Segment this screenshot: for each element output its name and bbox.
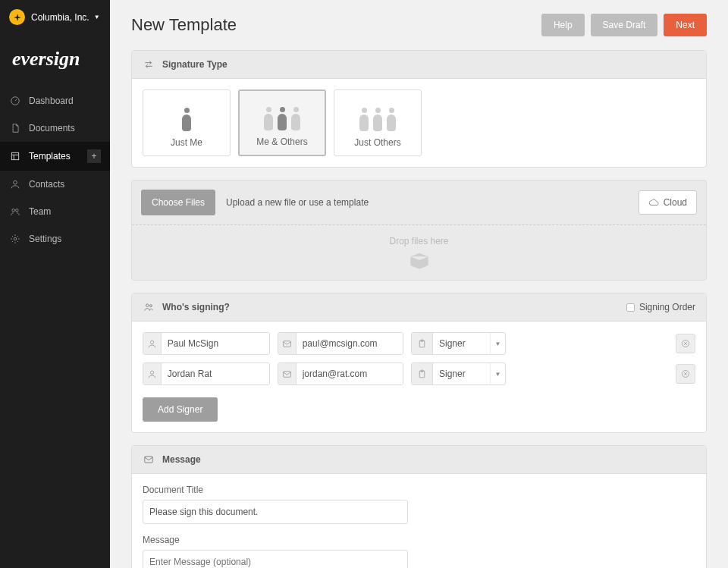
contacts-icon bbox=[9, 178, 21, 190]
message-heading: Message bbox=[162, 454, 201, 465]
signing-panel: Who's signing? Signing Order bbox=[131, 293, 707, 433]
signing-order-checkbox[interactable] bbox=[626, 303, 635, 312]
remove-signer-button[interactable] bbox=[676, 364, 695, 384]
svg-rect-9 bbox=[283, 340, 290, 347]
signer-row: Signer ▼ bbox=[143, 332, 695, 355]
topbar: New Template Help Save Draft Next bbox=[110, 0, 728, 50]
document-icon bbox=[9, 122, 21, 134]
save-draft-button[interactable]: Save Draft bbox=[591, 14, 658, 36]
box-icon bbox=[143, 251, 695, 269]
signature-option-just-me[interactable]: Just Me bbox=[143, 89, 231, 156]
svg-rect-14 bbox=[283, 371, 290, 377]
dropzone[interactable]: Drop files here bbox=[132, 224, 706, 280]
company-selector[interactable]: Columbia, Inc. ▼ bbox=[0, 0, 110, 34]
sidebar-item-templates[interactable]: Templates + bbox=[0, 142, 110, 171]
next-button[interactable]: Next bbox=[664, 14, 707, 36]
clipboard-icon bbox=[412, 333, 433, 354]
template-icon bbox=[9, 150, 21, 162]
signing-heading: Who's signing? bbox=[162, 302, 230, 312]
upload-hint: Upload a new file or use a template bbox=[226, 197, 369, 208]
add-signer-button[interactable]: Add Signer bbox=[143, 397, 218, 422]
chevron-down-icon: ▼ bbox=[490, 333, 505, 354]
message-label: Message bbox=[143, 535, 695, 545]
signer-email-field[interactable] bbox=[278, 362, 403, 385]
signer-role-select[interactable]: Signer ▼ bbox=[411, 332, 506, 355]
message-panel: Message Document Title Message bbox=[131, 445, 707, 568]
svg-point-8 bbox=[150, 340, 153, 344]
svg-point-7 bbox=[149, 305, 152, 307]
svg-rect-1 bbox=[11, 152, 18, 159]
signature-type-heading: Signature Type bbox=[162, 59, 228, 70]
brand-logo: eversign bbox=[0, 34, 110, 87]
signer-name-field[interactable] bbox=[143, 362, 270, 385]
signer-name-input[interactable] bbox=[162, 333, 269, 354]
clipboard-icon bbox=[412, 363, 433, 384]
compass-icon bbox=[9, 9, 25, 25]
sidebar-item-documents[interactable]: Documents bbox=[0, 115, 110, 142]
help-button[interactable]: Help bbox=[541, 14, 585, 36]
svg-point-3 bbox=[12, 209, 14, 212]
signers-list: Signer ▼ bbox=[132, 322, 706, 432]
chevron-down-icon: ▼ bbox=[94, 14, 100, 20]
page-title: New Template bbox=[131, 15, 237, 35]
signature-option-just-others[interactable]: Just Others bbox=[334, 89, 422, 156]
gear-icon bbox=[9, 233, 21, 245]
add-template-button[interactable]: + bbox=[87, 149, 101, 163]
document-title-label: Document Title bbox=[143, 485, 695, 495]
sidebar-item-settings[interactable]: Settings bbox=[0, 225, 110, 253]
signer-row: Signer ▼ bbox=[143, 362, 695, 385]
upload-panel: Choose Files Upload a new file or use a … bbox=[131, 180, 707, 281]
svg-point-2 bbox=[14, 180, 17, 184]
sidebar-item-dashboard[interactable]: Dashboard bbox=[0, 87, 110, 115]
nav-menu: Dashboard Documents Templates + Contacts… bbox=[0, 87, 110, 253]
main-content: New Template Help Save Draft Next Signat… bbox=[110, 0, 728, 568]
choose-files-button[interactable]: Choose Files bbox=[141, 190, 215, 215]
company-name: Columbia, Inc. bbox=[31, 12, 89, 23]
envelope-icon bbox=[278, 363, 297, 384]
signature-type-panel: Signature Type Just Me bbox=[131, 50, 707, 168]
signer-name-input[interactable] bbox=[162, 363, 269, 384]
dropzone-label: Drop files here bbox=[143, 236, 695, 246]
svg-point-4 bbox=[16, 209, 18, 212]
signer-email-input[interactable] bbox=[297, 363, 403, 384]
svg-point-13 bbox=[150, 371, 153, 374]
envelope-icon bbox=[278, 333, 297, 354]
svg-point-6 bbox=[146, 304, 149, 307]
people-icon bbox=[143, 301, 155, 313]
signer-role-select[interactable]: Signer ▼ bbox=[411, 362, 506, 385]
sidebar: Columbia, Inc. ▼ eversign Dashboard Docu… bbox=[0, 0, 110, 568]
cloud-icon bbox=[648, 197, 659, 208]
message-textarea[interactable] bbox=[143, 550, 408, 568]
svg-rect-18 bbox=[145, 457, 153, 463]
envelope-icon bbox=[143, 453, 155, 466]
gauge-icon bbox=[9, 95, 21, 107]
person-icon bbox=[143, 333, 162, 354]
signing-order-label: Signing Order bbox=[639, 302, 695, 312]
signer-email-input[interactable] bbox=[297, 333, 403, 354]
sidebar-item-contacts[interactable]: Contacts bbox=[0, 171, 110, 198]
arrows-icon bbox=[143, 58, 155, 71]
svg-point-5 bbox=[14, 237, 17, 240]
chevron-down-icon: ▼ bbox=[490, 363, 505, 384]
document-title-input[interactable] bbox=[143, 500, 408, 524]
person-icon bbox=[143, 363, 162, 384]
signer-email-field[interactable] bbox=[278, 332, 403, 355]
remove-signer-button[interactable] bbox=[676, 334, 695, 353]
signature-option-me-others[interactable]: Me & Others bbox=[238, 89, 326, 156]
team-icon bbox=[9, 206, 21, 218]
cloud-button[interactable]: Cloud bbox=[639, 190, 697, 215]
signer-name-field[interactable] bbox=[143, 332, 270, 355]
sidebar-item-team[interactable]: Team bbox=[0, 198, 110, 225]
